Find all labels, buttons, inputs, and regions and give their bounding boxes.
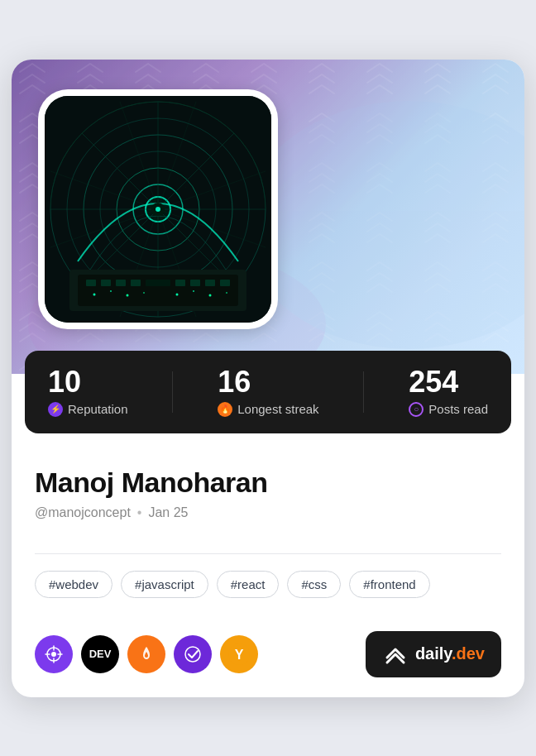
reputation-icon: ⚡ [48, 402, 63, 417]
tag-webdev[interactable]: #webdev [35, 571, 112, 598]
svg-point-35 [193, 290, 194, 292]
freecodecamp-icon-button[interactable] [127, 635, 165, 673]
streak-label: 🔥 Longest streak [218, 402, 318, 417]
daily-dev-icon [382, 641, 409, 667]
svg-point-52 [185, 647, 200, 662]
reputation-value: 10 [48, 367, 128, 397]
svg-rect-29 [220, 280, 230, 286]
posts-text: Posts read [428, 402, 488, 416]
streak-value: 16 [218, 367, 318, 397]
svg-point-39 [156, 207, 160, 212]
profile-divider [35, 553, 501, 554]
svg-rect-26 [175, 280, 185, 286]
posts-icon: ○ [409, 402, 424, 417]
reputation-text: Reputation [68, 402, 128, 416]
svg-rect-24 [131, 280, 141, 286]
svg-rect-43 [177, 179, 178, 179]
svg-rect-20 [78, 275, 238, 306]
svg-point-37 [226, 292, 227, 294]
handle-date: @manojconcept • Jan 25 [35, 505, 501, 520]
svg-text:Y: Y [235, 648, 244, 662]
svg-rect-42 [127, 179, 128, 179]
stat-posts: 254 ○ Posts read [409, 367, 488, 417]
svg-point-32 [127, 294, 129, 296]
stat-divider-2 [363, 371, 364, 413]
svg-rect-44 [169, 170, 170, 171]
svg-rect-22 [101, 280, 111, 286]
svg-rect-23 [116, 280, 126, 286]
separator-dot: • [137, 505, 142, 520]
avatar [45, 96, 271, 323]
tag-react[interactable]: #react [217, 571, 280, 598]
svg-rect-28 [205, 280, 215, 286]
user-name: Manoj Manoharan [35, 467, 501, 499]
profile-card: 10 ⚡ Reputation 16 🔥 Longest streak 254 … [12, 60, 524, 697]
svg-rect-41 [119, 170, 120, 171]
stat-reputation: 10 ⚡ Reputation [48, 367, 128, 417]
avatar-wrapper [38, 89, 278, 329]
tag-css[interactable]: #css [287, 571, 341, 598]
dev-icon-button[interactable]: DEV [81, 635, 119, 673]
hackernoon-icon-button[interactable]: Y [220, 635, 258, 673]
daily-logo-text: daily.dev [415, 644, 485, 663]
join-date: Jan 25 [148, 505, 188, 520]
svg-rect-27 [190, 280, 200, 286]
stat-divider-1 [172, 371, 173, 413]
daily-dev-logo[interactable]: daily.dev [366, 631, 501, 677]
tag-javascript[interactable]: #javascript [121, 571, 208, 598]
svg-point-31 [110, 290, 112, 292]
streak-text: Longest streak [237, 402, 318, 416]
svg-point-36 [209, 294, 212, 296]
daily-text: daily [415, 644, 452, 663]
svg-point-34 [176, 293, 179, 295]
tag-frontend[interactable]: #frontend [349, 571, 429, 598]
streak-icon: 🔥 [218, 402, 232, 417]
profile-footer: DEV Y [12, 618, 524, 697]
profile-info: Manoj Manoharan @manojconcept • Jan 25 [12, 447, 524, 537]
code-icon-button[interactable] [174, 635, 212, 673]
svg-point-47 [51, 652, 56, 657]
daily-tld: .dev [452, 644, 485, 663]
tags-container: #webdev #javascript #react #css #fronten… [12, 571, 524, 598]
svg-point-33 [143, 292, 145, 294]
posts-value: 254 [409, 367, 488, 397]
crosshair-icon-button[interactable] [35, 635, 73, 673]
svg-rect-40 [111, 179, 112, 179]
svg-rect-25 [146, 280, 170, 286]
reputation-label: ⚡ Reputation [48, 402, 128, 417]
posts-label: ○ Posts read [409, 402, 488, 417]
stat-streak: 16 🔥 Longest streak [218, 367, 318, 417]
svg-point-30 [93, 293, 96, 295]
dev-label: DEV [89, 648, 112, 660]
svg-rect-21 [86, 280, 96, 286]
user-handle: @manojconcept [35, 505, 131, 520]
stats-bar: 10 ⚡ Reputation 16 🔥 Longest streak 254 … [25, 351, 511, 433]
social-icons: DEV Y [35, 635, 258, 673]
profile-banner [12, 60, 524, 374]
svg-rect-45 [185, 187, 186, 188]
